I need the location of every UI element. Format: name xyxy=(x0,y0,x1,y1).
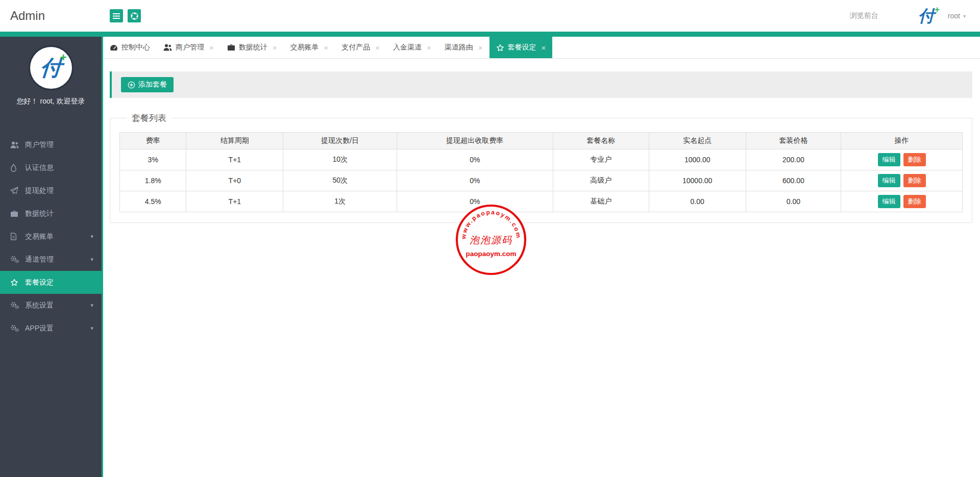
browse-front-link[interactable]: 浏览前台 xyxy=(850,11,878,20)
tab-merchant-management[interactable]: 商户管理 × xyxy=(157,37,220,58)
edit-button[interactable]: 编辑 xyxy=(878,153,900,166)
chevron-down-icon: ▾ xyxy=(90,325,93,332)
sidebar-item-merchant-management[interactable]: 商户管理 xyxy=(0,133,102,156)
toolbar-panel: 添加套餐 xyxy=(110,71,972,98)
cell-package-price: 200.00 xyxy=(746,149,841,170)
sidebar-toggle-button[interactable] xyxy=(110,9,123,22)
edit-button[interactable]: 编辑 xyxy=(878,195,900,208)
cogs-icon xyxy=(10,302,20,309)
add-package-button[interactable]: 添加套餐 xyxy=(121,77,174,92)
delete-button[interactable]: 删除 xyxy=(903,174,926,187)
package-table: 费率 结算周期 提现次数/日 提现超出收取费率 套餐名称 实名起点 套装价格 操… xyxy=(119,132,963,212)
briefcase-icon xyxy=(227,44,235,51)
cell-actions: 编辑删除 xyxy=(841,191,963,212)
sidebar-item-app-settings[interactable]: APP设置 ▾ xyxy=(0,317,102,340)
sidebar-item-label: 提现处理 xyxy=(25,186,54,195)
close-icon[interactable]: × xyxy=(209,44,214,52)
col-header-withdraw-times: 提现次数/日 xyxy=(283,133,397,149)
col-header-excess-rate: 提现超出收取费率 xyxy=(397,133,553,149)
sidebar-item-package-settings[interactable]: 套餐设定 xyxy=(0,271,102,294)
greeting-text: 您好！ root, 欢迎登录 xyxy=(0,97,102,106)
cell-realname-start: 10000.00 xyxy=(649,170,746,191)
delete-button[interactable]: 删除 xyxy=(903,195,926,208)
tab-payment-products[interactable]: 支付产品 × xyxy=(335,37,386,58)
tab-bar: 控制中心 商户管理 × 数据统计 × 交易账单 × 支付产品 xyxy=(103,37,980,59)
cell-package-name: 基础户 xyxy=(553,191,649,212)
close-icon[interactable]: × xyxy=(273,44,277,52)
col-header-settle-cycle: 结算周期 xyxy=(186,133,283,149)
cell-withdraw-times: 10次 xyxy=(283,149,397,170)
tint-icon xyxy=(10,164,20,172)
sidebar-item-withdraw-processing[interactable]: 提现处理 xyxy=(0,179,102,202)
close-icon[interactable]: × xyxy=(542,44,546,52)
tab-control-center[interactable]: 控制中心 xyxy=(103,37,157,58)
file-icon xyxy=(10,233,20,240)
sidebar-item-label: 商户管理 xyxy=(25,140,54,149)
accent-strip xyxy=(0,32,980,37)
user-dropdown[interactable]: root ▾ xyxy=(948,12,966,20)
close-icon[interactable]: × xyxy=(324,44,329,52)
chevron-down-icon: ▾ xyxy=(90,233,93,240)
sidebar-item-data-statistics[interactable]: 数据统计 xyxy=(0,202,102,225)
tab-channel-routing[interactable]: 渠道路由 × xyxy=(438,37,489,58)
users-icon xyxy=(10,141,20,148)
tab-deposit-channels[interactable]: 入金渠道 × xyxy=(386,37,438,58)
dashboard-icon xyxy=(110,44,118,51)
col-header-realname-start: 实名起点 xyxy=(649,133,746,149)
tab-label: 入金渠道 xyxy=(393,43,422,52)
cell-package-name: 专业户 xyxy=(553,149,649,170)
cogs-icon xyxy=(10,256,20,263)
sidebar-menu: 商户管理 认证信息 提现处理 数据统计 xyxy=(0,133,102,340)
close-icon[interactable]: × xyxy=(478,44,483,52)
logo-plus-glyph: + xyxy=(60,51,67,64)
sidebar-item-label: 交易账单 xyxy=(25,232,54,241)
cell-withdraw-times: 50次 xyxy=(283,170,397,191)
sidebar-item-label: 数据统计 xyxy=(25,209,54,218)
sidebar-item-label: 通道管理 xyxy=(25,255,54,264)
tab-transaction-bills[interactable]: 交易账单 × xyxy=(284,37,335,58)
top-header: Admin 浏览前台 付 + root ▾ xyxy=(0,0,980,32)
close-icon[interactable]: × xyxy=(427,44,431,52)
col-header-package-price: 套装价格 xyxy=(746,133,841,149)
send-icon xyxy=(10,187,20,194)
sidebar-item-label: 套餐设定 xyxy=(25,278,54,287)
sidebar: 付 + 您好！ root, 欢迎登录 商户管理 认证信息 提现处理 xyxy=(0,37,103,477)
sidebar-item-auth-info[interactable]: 认证信息 xyxy=(0,156,102,179)
cogs-icon xyxy=(10,324,20,332)
sidebar-item-channel-management[interactable]: 通道管理 ▾ xyxy=(0,248,102,271)
workspace: 添加套餐 套餐列表 费率 结算周期 提现次数/日 提现超出收取 xyxy=(103,59,980,477)
cell-rate: 1.8% xyxy=(120,170,186,191)
tab-label: 渠道路由 xyxy=(445,43,473,52)
sidebar-item-system-settings[interactable]: 系统设置 ▾ xyxy=(0,294,102,317)
sidebar-item-label: 系统设置 xyxy=(25,301,54,310)
table-row: 3% T+1 10次 0% 专业户 1000.00 200.00 编辑删除 xyxy=(120,149,963,170)
table-row: 4.5% T+1 1次 0% 基础户 0.00 0.00 编辑删除 xyxy=(120,191,963,212)
sidebar-logo: 付 + xyxy=(30,47,72,89)
tab-data-statistics[interactable]: 数据统计 × xyxy=(220,37,284,58)
hamburger-icon xyxy=(113,13,120,19)
tab-package-settings[interactable]: 套餐设定 × xyxy=(489,37,553,58)
cell-withdraw-times: 1次 xyxy=(283,191,397,212)
delete-button[interactable]: 删除 xyxy=(903,153,926,166)
life-ring-icon xyxy=(131,12,138,20)
edit-button[interactable]: 编辑 xyxy=(878,174,900,187)
star-icon xyxy=(496,44,504,52)
logo-fu-glyph: 付 xyxy=(39,54,63,82)
cell-realname-start: 0.00 xyxy=(649,191,746,212)
cell-package-name: 高级户 xyxy=(553,170,649,191)
cell-package-price: 600.00 xyxy=(746,170,841,191)
cell-package-price: 0.00 xyxy=(746,191,841,212)
briefcase-icon xyxy=(10,210,20,217)
cell-actions: 编辑删除 xyxy=(841,170,963,191)
cell-settle-cycle: T+1 xyxy=(186,149,283,170)
cell-excess-rate: 0% xyxy=(397,170,553,191)
tab-label: 商户管理 xyxy=(176,43,204,52)
panel-title: 套餐列表 xyxy=(127,112,172,124)
cell-rate: 3% xyxy=(120,149,186,170)
sidebar-item-transaction-bills[interactable]: 交易账单 ▾ xyxy=(0,225,102,248)
users-icon xyxy=(163,44,172,51)
cell-settle-cycle: T+0 xyxy=(186,170,283,191)
refresh-button[interactable] xyxy=(128,9,141,22)
close-icon[interactable]: × xyxy=(375,44,380,52)
cell-excess-rate: 0% xyxy=(397,191,553,212)
